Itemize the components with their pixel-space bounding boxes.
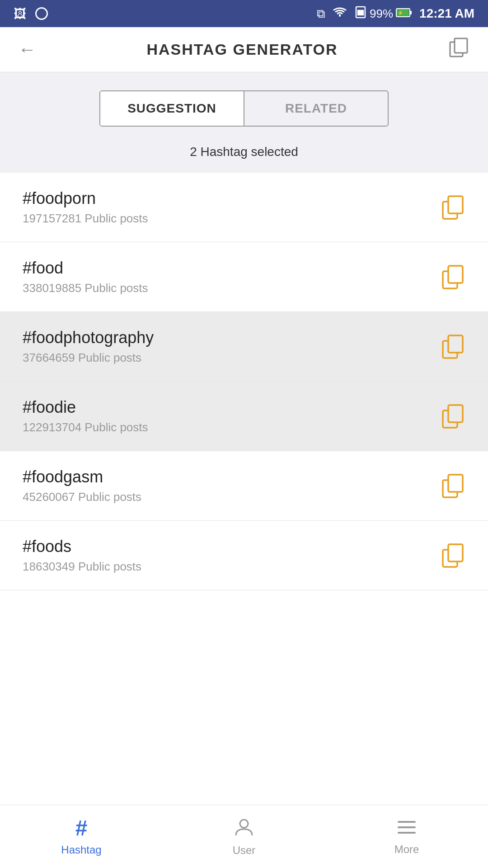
hashtag-icon: # [75,817,88,839]
hashtag-info: #foodporn 197157281 Public posts [23,189,148,226]
hashtag-item[interactable]: #foods 18630349 Public posts [0,521,488,590]
nav-label-hashtag: Hashtag [61,844,101,856]
nav-item-more[interactable]: More [325,805,488,868]
hashtag-info: #foodie 122913704 Public posts [23,398,148,434]
hashtag-info: #foodphotography 37664659 Public posts [23,328,154,365]
hashtag-item[interactable]: #foodie 122913704 Public posts [0,382,488,451]
hashtag-name: #foods [23,537,141,556]
hashtag-name: #foodie [23,398,148,417]
svg-rect-9 [448,196,463,213]
hashtag-posts: 18630349 Public posts [23,560,141,574]
svg-rect-11 [448,266,463,283]
status-right-icons: ⧉ 99% ⚡ [317,6,474,22]
wifi-icon [333,6,347,22]
hashtag-posts: 338019885 Public posts [23,281,148,295]
hashtag-copy-button[interactable] [441,404,465,429]
user-icon [234,816,254,840]
svg-rect-13 [448,335,463,353]
header: ← HASHTAG GENERATOR [0,27,488,72]
tabs-wrapper: SUGGESTION RELATED [99,90,389,127]
main-content: ← HASHTAG GENERATOR SUGGESTION RELATED 2… [0,27,488,805]
status-bar: 🖼 ⧉ 99% [0,0,488,27]
hashtag-list: #foodporn 197157281 Public posts #food 3… [0,173,488,805]
copy-all-button[interactable] [448,37,470,62]
hashtag-info: #foods 18630349 Public posts [23,537,141,574]
hashtag-name: #foodporn [23,189,148,208]
tab-suggestion[interactable]: SUGGESTION [100,91,244,126]
hashtag-item[interactable]: #foodgasm 45260067 Public posts [0,451,488,521]
hashtag-info: #foodgasm 45260067 Public posts [23,467,141,504]
battery-percent: 99% [370,7,393,21]
rotate-icon: ⧉ [317,7,325,21]
tab-related[interactable]: RELATED [244,91,388,126]
hashtag-item[interactable]: #food 338019885 Public posts [0,242,488,312]
svg-point-20 [240,820,248,828]
page-title: HASHTAG GENERATOR [146,41,338,58]
hashtag-item[interactable]: #foodporn 197157281 Public posts [0,173,488,242]
nav-label-user: User [233,844,256,857]
menu-icon [397,818,417,839]
hashtag-item[interactable]: #foodphotography 37664659 Public posts [0,312,488,382]
time-display: 12:21 AM [419,6,474,21]
hashtag-info: #food 338019885 Public posts [23,259,148,295]
hashtag-copy-button[interactable] [441,543,465,568]
svg-rect-7 [455,38,467,53]
hashtag-copy-button[interactable] [441,335,465,359]
hashtag-posts: 45260067 Public posts [23,490,141,504]
hashtag-copy-button[interactable] [441,195,465,220]
sim-icon [354,6,367,22]
hashtag-copy-button[interactable] [441,265,465,289]
hashtag-posts: 197157281 Public posts [23,212,148,226]
hashtag-posts: 122913704 Public posts [23,420,148,434]
battery-icon: ⚡ [396,7,412,21]
hashtag-name: #foodphotography [23,328,154,347]
circle-indicator [35,7,48,20]
svg-rect-19 [448,544,463,561]
status-left-icons: 🖼 [14,6,48,21]
nav-item-user[interactable]: User [163,805,325,868]
hashtag-copy-button[interactable] [441,474,465,498]
svg-rect-1 [358,10,363,15]
photo-icon: 🖼 [14,6,26,21]
svg-rect-3 [410,11,412,14]
svg-rect-17 [448,475,463,492]
hashtag-name: #foodgasm [23,467,141,486]
nav-item-hashtag[interactable]: # Hashtag [0,805,163,868]
back-button[interactable]: ← [18,39,36,60]
hashtag-name: #food [23,259,148,278]
tabs-container: SUGGESTION RELATED [0,72,488,140]
bottom-nav: # Hashtag User More [0,805,488,868]
selected-count: 2 Hashtag selected [0,140,488,173]
hashtag-posts: 37664659 Public posts [23,351,154,365]
battery-container: 99% ⚡ [354,6,412,22]
svg-text:⚡: ⚡ [398,10,404,16]
svg-rect-15 [448,405,463,422]
nav-label-more: More [394,843,419,856]
